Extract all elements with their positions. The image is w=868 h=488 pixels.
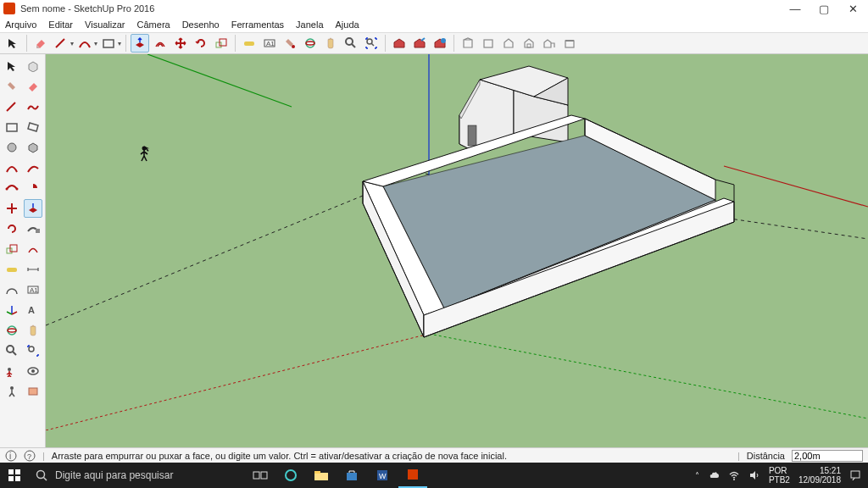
onedrive-icon[interactable] bbox=[708, 469, 720, 481]
building4-icon[interactable] bbox=[520, 34, 538, 53]
word-icon[interactable]: W bbox=[368, 463, 397, 488]
viewport-3d[interactable] bbox=[46, 54, 868, 447]
pushpull-tool-l[interactable] bbox=[24, 199, 42, 218]
help-icon[interactable]: ? bbox=[24, 450, 36, 462]
scale-tool-l[interactable] bbox=[3, 240, 21, 258]
warehouse-share-icon[interactable] bbox=[410, 34, 429, 53]
warehouse-icon[interactable] bbox=[390, 34, 409, 53]
dimension-tool[interactable] bbox=[24, 260, 42, 279]
svg-point-7 bbox=[306, 39, 314, 47]
menu-camera[interactable]: Câmera bbox=[137, 19, 170, 30]
orbit-tool-l[interactable] bbox=[3, 321, 21, 340]
line-tool-l[interactable] bbox=[3, 97, 21, 116]
freehand-tool[interactable] bbox=[24, 97, 42, 116]
info-icon: i bbox=[5, 450, 17, 462]
followme-tool[interactable] bbox=[24, 219, 42, 238]
tray-lang[interactable]: POR PTB2 bbox=[769, 466, 790, 485]
rotate-tool[interactable] bbox=[192, 34, 210, 53]
menu-ferramentas[interactable]: Ferramentas bbox=[231, 19, 284, 30]
component-tool[interactable] bbox=[24, 57, 42, 75]
distance-input[interactable] bbox=[792, 450, 863, 462]
select-tool-l[interactable] bbox=[3, 57, 21, 75]
close-button[interactable]: ✕ bbox=[844, 3, 861, 15]
menu-arquivo[interactable]: Arquivo bbox=[5, 19, 36, 30]
start-button[interactable] bbox=[0, 463, 29, 488]
arc-tool[interactable] bbox=[75, 34, 94, 53]
building2-icon[interactable] bbox=[479, 34, 498, 53]
axes-tool[interactable] bbox=[3, 301, 21, 319]
menu-desenho[interactable]: Desenho bbox=[182, 19, 220, 30]
shape-tool[interactable] bbox=[99, 34, 118, 53]
pie-tool[interactable] bbox=[24, 179, 42, 197]
eraser-tool-l[interactable] bbox=[24, 77, 42, 96]
svg-line-39 bbox=[724, 166, 868, 207]
arc-tool-l[interactable] bbox=[3, 158, 21, 177]
position-camera-tool[interactable] bbox=[3, 362, 21, 380]
svg-point-85 bbox=[733, 479, 735, 480]
pan-tool-l[interactable] bbox=[24, 321, 42, 340]
text-tool[interactable]: A1 bbox=[260, 34, 279, 53]
zoom-tool[interactable] bbox=[342, 34, 360, 53]
svg-point-9 bbox=[346, 38, 353, 45]
svg-rect-72 bbox=[15, 469, 20, 474]
3dtext-tool[interactable]: A bbox=[24, 301, 42, 319]
rectangle-tool[interactable] bbox=[3, 118, 21, 136]
svg-text:?: ? bbox=[27, 452, 31, 461]
zoom-extents-tool-l[interactable] bbox=[24, 341, 42, 360]
minimize-button[interactable]: — bbox=[787, 3, 804, 15]
edge-icon[interactable] bbox=[276, 463, 305, 488]
select-tool[interactable] bbox=[3, 34, 22, 53]
eraser-tool[interactable] bbox=[31, 34, 50, 53]
svg-point-32 bbox=[31, 369, 35, 373]
protractor-tool[interactable] bbox=[3, 280, 21, 299]
3pt-arc-tool[interactable] bbox=[3, 179, 21, 197]
2pt-arc-tool[interactable] bbox=[24, 158, 42, 177]
extension-warehouse-icon[interactable] bbox=[431, 34, 449, 53]
zoom-tool-l[interactable] bbox=[3, 341, 21, 360]
explorer-icon[interactable] bbox=[307, 463, 336, 488]
section-tool[interactable] bbox=[24, 382, 42, 401]
building6-icon[interactable] bbox=[560, 34, 579, 53]
building3-icon[interactable] bbox=[499, 34, 518, 53]
maximize-button[interactable]: ▢ bbox=[815, 3, 832, 15]
pan-tool[interactable] bbox=[321, 34, 340, 53]
store-icon[interactable] bbox=[337, 463, 366, 488]
offset-tool[interactable] bbox=[151, 34, 170, 53]
scale-tool[interactable] bbox=[212, 34, 231, 53]
tape-tool-l[interactable] bbox=[3, 260, 21, 279]
pushpull-tool[interactable] bbox=[131, 34, 149, 53]
notifications-icon[interactable] bbox=[849, 469, 861, 481]
rotated-rect-tool[interactable] bbox=[24, 118, 42, 136]
rotate-tool-l[interactable] bbox=[3, 219, 21, 238]
walk-tool[interactable] bbox=[3, 382, 21, 401]
move-tool[interactable] bbox=[171, 34, 190, 53]
menu-janela[interactable]: Janela bbox=[296, 19, 323, 30]
look-around-tool[interactable] bbox=[24, 362, 42, 380]
menu-visualizar[interactable]: Visualizar bbox=[85, 19, 125, 30]
tape-tool[interactable] bbox=[240, 34, 259, 53]
task-view-icon[interactable] bbox=[246, 463, 275, 488]
line-tool[interactable] bbox=[52, 34, 70, 53]
tray-chevron-icon[interactable]: ˄ bbox=[695, 471, 699, 480]
text-tool-l[interactable]: A1 bbox=[24, 280, 42, 299]
building1-icon[interactable] bbox=[459, 34, 477, 53]
offset-tool-l[interactable] bbox=[24, 240, 42, 258]
zoom-extents-tool[interactable] bbox=[362, 34, 381, 53]
move-tool-l[interactable] bbox=[3, 199, 21, 218]
building5-icon[interactable] bbox=[540, 34, 559, 53]
paint-tool[interactable] bbox=[281, 34, 299, 53]
svg-point-11 bbox=[441, 38, 446, 43]
svg-rect-1 bbox=[216, 42, 221, 47]
tray-clock[interactable]: 15:21 12/09/2018 bbox=[798, 466, 841, 485]
menu-editar[interactable]: Editar bbox=[48, 19, 73, 30]
polygon-tool[interactable] bbox=[24, 138, 42, 157]
paint-tool-l[interactable] bbox=[3, 77, 21, 96]
orbit-tool[interactable] bbox=[301, 34, 320, 53]
taskbar-search[interactable]: Digite aqui para pesquisar bbox=[29, 463, 241, 488]
wifi-icon[interactable] bbox=[728, 469, 740, 481]
sketchup-icon[interactable] bbox=[398, 463, 427, 488]
status-bar: i ? | Arraste para empurrar ou puxar a f… bbox=[0, 447, 868, 463]
menu-ajuda[interactable]: Ajuda bbox=[336, 19, 359, 30]
circle-tool[interactable] bbox=[3, 138, 21, 157]
volume-icon[interactable] bbox=[748, 469, 760, 481]
